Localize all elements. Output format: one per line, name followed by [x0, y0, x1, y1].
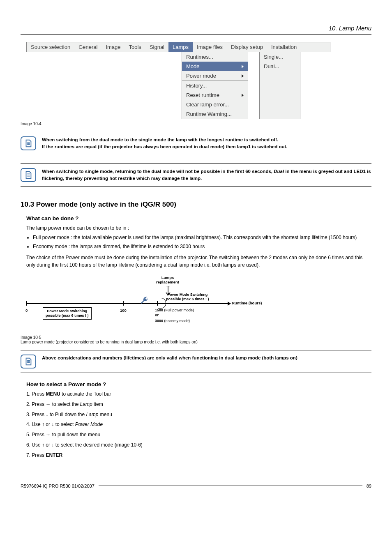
label-0: 0 [25, 308, 28, 313]
dropdown-item[interactable]: Runtimes... [182, 52, 248, 62]
dropdown-item[interactable]: Clear lamp error... [182, 100, 248, 109]
menubar-item[interactable]: General [74, 42, 101, 52]
what-can-be-done-heading: What can be done ? [26, 215, 371, 221]
chevron-right-icon [242, 65, 244, 68]
dropdown-item[interactable]: Single... [260, 52, 300, 62]
note-block-3: Above considerations and numbers (lifeti… [21, 350, 371, 373]
dropdown-item[interactable]: History... [182, 81, 248, 90]
menu-screenshot: Source selectionGeneralImageToolsSignalL… [26, 42, 371, 119]
menubar-item[interactable]: Image [101, 42, 125, 52]
footer-doc-id: R5976694 IQ PRO R500 01/02/2007 [21, 484, 95, 488]
step-item: Press ENTER [26, 452, 371, 459]
dropdown-item[interactable]: Dual... [260, 62, 300, 71]
switching-box-right: Power Mode Switchingpossible (max 6 time… [166, 292, 209, 302]
lamps-replacement-label: Lampsreplacement [156, 275, 179, 285]
runtime-label: Runtime (hours) [232, 301, 262, 305]
label-1500: 1500 (Full power mode) or [155, 308, 194, 318]
note-text: When switching to single mode, returning… [42, 168, 371, 182]
note-icon [21, 136, 36, 150]
list-item: Economy mode : the lamps are dimmed, the… [33, 243, 371, 250]
list-item: Full power mode : the total available po… [33, 234, 371, 241]
timeline-axis [26, 303, 228, 304]
image-caption-10-4: Image 10-4 [21, 122, 371, 126]
wrench-icon [140, 296, 149, 307]
step-item: Press MENU to activate the Tool bar [26, 391, 371, 398]
choice-paragraph: The choice of the Power mode must be don… [26, 254, 371, 269]
power-mode-diagram: Lampsreplacement 0 Power Mode Switchingp… [26, 275, 273, 333]
bracket-icon [158, 298, 166, 309]
switching-box-left: Power Mode Switchingpossible (max 6 time… [43, 307, 92, 320]
chapter-header: 10. Lamp Menu [21, 25, 371, 35]
image-caption-10-5: Image 10-5Lamp power mode (projector con… [21, 335, 371, 344]
note-text: Above considerations and numbers (lifeti… [42, 355, 297, 362]
howto-heading: How to select a Power mode ? [26, 381, 371, 387]
note-block-1: When switching from the dual mode to the… [21, 132, 371, 155]
step-item: Press ↓ to Pull down the Lamp menu [26, 411, 371, 418]
mode-bullets: Full power mode : the total available po… [33, 234, 371, 250]
page-footer: R5976694 IQ PRO R500 01/02/2007 89 [21, 484, 371, 488]
menubar-item[interactable]: Installation [267, 42, 301, 52]
dropdown-item[interactable]: Power mode [182, 71, 248, 81]
menubar-item[interactable]: Source selection [27, 42, 74, 52]
section-heading-10-3: 10.3 Power mode (only active in the iQG/… [21, 200, 371, 209]
menubar-item[interactable]: Tools [125, 42, 145, 52]
step-item: Press → to pull down the menu [26, 431, 371, 438]
dropdown-item[interactable]: Mode [182, 62, 248, 71]
note-icon [21, 355, 36, 368]
step-item: Use ↑ or ↓ to select Power Mode [26, 421, 371, 428]
menubar: Source selectionGeneralImageToolsSignalL… [26, 42, 330, 52]
footer-rule [99, 486, 362, 486]
menubar-item[interactable]: Lamps [168, 42, 193, 52]
menubar-item[interactable]: Display setup [227, 42, 267, 52]
dropdown-item[interactable]: Runtime Warning... [182, 109, 248, 119]
lamps-dropdown: Runtimes...ModePower modeHistory...Reset… [182, 52, 248, 119]
label-100: 100 [120, 308, 127, 313]
footer-page-number: 89 [367, 484, 371, 488]
howto-steps: Press MENU to activate the Tool barPress… [26, 391, 371, 459]
note-text: When switching from the dual mode to the… [42, 136, 287, 151]
menubar-item[interactable]: Image files [193, 42, 227, 52]
intro-paragraph: The lamp power mode can be chosen to be … [26, 225, 371, 232]
note-icon [21, 168, 36, 182]
label-3000: 3000 (econmy mode) [155, 319, 190, 323]
dropdown-item[interactable]: Reset runtime [182, 90, 248, 100]
tick-100 [123, 301, 124, 306]
step-item: Press → to select the Lamp item [26, 401, 371, 408]
step-item: Use ↑ or ↓ to select the desired mode (i… [26, 442, 371, 449]
mode-submenu: Single...Dual... [259, 52, 300, 119]
chevron-right-icon [242, 94, 244, 97]
note-block-2: When switching to single mode, returning… [21, 164, 371, 187]
menubar-item[interactable]: Signal [145, 42, 168, 52]
tick-0 [26, 301, 27, 306]
chevron-right-icon [242, 74, 244, 78]
